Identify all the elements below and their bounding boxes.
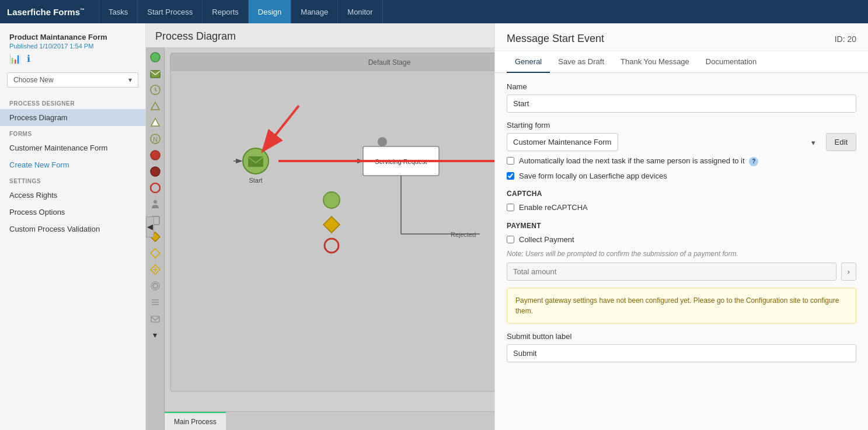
sidebar-item-create-new-form[interactable]: Create New Form (0, 156, 145, 173)
svg-text:Servicing Request: Servicing Request (375, 158, 427, 165)
right-panel: Message Start Event ID: 20 General Save … (494, 23, 868, 430)
svg-point-9 (151, 183, 160, 193)
sidebar-item-customer-maintenance-form[interactable]: Customer Maintenance Form (0, 139, 145, 156)
product-title: Product Maintanance Form (0, 30, 145, 43)
amount-arrow-button[interactable]: › (841, 263, 856, 281)
starting-form-row: Customer Maintenance Form Edit (507, 133, 856, 151)
recaptcha-checkbox[interactable] (507, 204, 514, 211)
collect-payment-checkbox-row: Collect Payment (507, 235, 856, 245)
right-panel-id: ID: 20 (835, 34, 856, 44)
sidebar-collapse-arrow[interactable]: ◀ (146, 216, 154, 237)
payment-warning-box: Payment gateway settings have not been c… (507, 288, 856, 324)
toolbar-triangle-up[interactable] (148, 99, 163, 114)
total-amount-input[interactable] (507, 263, 836, 281)
nav-start-process[interactable]: Start Process (138, 0, 203, 23)
nav-design[interactable]: Design (249, 0, 291, 23)
svg-point-10 (154, 200, 157, 204)
published-link[interactable]: Published 1/10/2017 1:54 PM (0, 43, 145, 50)
top-nav: Laserfiche Forms™ Tasks Start Process Re… (0, 0, 868, 23)
right-panel-header: Message Start Event ID: 20 (495, 23, 868, 51)
nav-manage[interactable]: Manage (291, 0, 338, 23)
svg-text:Start: Start (249, 177, 262, 184)
svg-rect-22 (151, 316, 159, 322)
sidebar-item-custom-process-validation[interactable]: Custom Process Validation (0, 221, 145, 237)
tab-thank-you-message[interactable]: Thank You Message (612, 51, 698, 73)
auto-load-label: Automatically load the next task if the … (519, 156, 758, 166)
starting-form-select-wrapper: Customer Maintenance Form (507, 133, 821, 151)
svg-marker-3 (151, 102, 159, 110)
toolbar-circle-dark-red[interactable] (148, 164, 163, 179)
payment-amount-row: › (507, 263, 856, 281)
nav-monitor[interactable]: Monitor (338, 0, 382, 23)
diagram-area[interactable]: N (146, 47, 494, 430)
collect-payment-label: Collect Payment (519, 235, 574, 245)
info-icon[interactable]: ℹ (27, 53, 30, 64)
toolbar-circle-red[interactable] (148, 148, 163, 163)
toolbar-down-arrow[interactable]: ▾ (148, 327, 163, 342)
save-local-checkbox[interactable] (507, 172, 514, 180)
toolbar-list[interactable] (148, 295, 163, 310)
svg-point-33 (323, 192, 340, 208)
payment-note: Note: Users will be prompted to confirm … (507, 250, 856, 258)
dropdown-arrow-icon: ▾ (128, 76, 132, 84)
tab-general[interactable]: General (507, 51, 550, 73)
auto-load-info-icon[interactable]: ? (749, 157, 758, 166)
submit-button-label-input[interactable] (507, 344, 856, 362)
diagram-title: Process Diagram (146, 23, 494, 47)
collect-payment-checkbox[interactable] (507, 236, 514, 243)
tab-documentation[interactable]: Documentation (698, 51, 765, 73)
toolbar-circle-olive[interactable]: N (148, 131, 163, 146)
tab-main-process[interactable]: Main Process (165, 412, 226, 430)
captcha-section-label: CAPTCHA (507, 190, 856, 198)
nav-items: Tasks Start Process Reports Design Manag… (99, 0, 383, 23)
brand-logo: Laserfiche Forms™ (7, 7, 85, 17)
name-input[interactable] (507, 95, 856, 113)
toolbar-circle-green[interactable] (148, 50, 163, 65)
recaptcha-checkbox-row: Enable reCAPTCHA (507, 202, 856, 213)
sidebar-item-process-options[interactable]: Process Options (0, 204, 145, 221)
nav-tasks[interactable]: Tasks (99, 0, 138, 23)
svg-point-0 (151, 53, 160, 62)
toolbar-envelope[interactable] (148, 66, 163, 81)
sidebar-icons-row: 📊 ℹ (0, 50, 145, 70)
tab-save-as-draft[interactable]: Save as Draft (550, 51, 612, 73)
choose-new-dropdown[interactable]: Choose New ▾ (7, 72, 138, 88)
diagram-canvas: Default Stage Servicing Request Rejected (165, 47, 494, 411)
edit-button[interactable]: Edit (826, 133, 856, 151)
svg-text:Rejected: Rejected (451, 231, 476, 238)
diagram-svg: Default Stage Servicing Request Rejected (165, 47, 494, 411)
svg-text:Default Stage: Default Stage (368, 58, 411, 67)
save-local-checkbox-row: Save form locally on Laserfiche app devi… (507, 171, 856, 181)
payment-section-label: Payment (507, 222, 856, 230)
bottom-tab-bar: Main Process (165, 411, 494, 430)
svg-point-7 (151, 151, 160, 160)
toolbar-envelope-small[interactable] (148, 311, 163, 326)
svg-rect-24 (170, 53, 494, 71)
diagram-toolbar: N (146, 47, 165, 430)
toolbar-gear[interactable] (148, 278, 163, 293)
toolbar-clock[interactable] (148, 82, 163, 97)
auto-load-checkbox[interactable] (507, 157, 514, 165)
toolbar-circle-red-2[interactable] (148, 180, 163, 195)
toolbar-person[interactable] (148, 197, 163, 212)
submit-button-label-label: Submit button label (507, 332, 856, 341)
sidebar-item-process-diagram[interactable]: Process Diagram (0, 109, 145, 126)
nav-reports[interactable]: Reports (203, 0, 249, 23)
name-field-label: Name (507, 82, 856, 91)
svg-rect-1 (151, 71, 160, 78)
sidebar-item-access-rights[interactable]: Access Rights (0, 187, 145, 204)
section-label-process-designer: PROCESS DESIGNER (0, 96, 145, 109)
panel-tabs: General Save as Draft Thank You Message … (495, 51, 868, 73)
svg-rect-37 (248, 156, 263, 167)
toolbar-triangle-up-2[interactable] (148, 115, 163, 130)
recaptcha-label: Enable reCAPTCHA (519, 202, 588, 213)
starting-form-select[interactable]: Customer Maintenance Form (507, 133, 618, 151)
chart-icon[interactable]: 📊 (9, 53, 21, 64)
starting-form-label: Starting form (507, 121, 856, 130)
svg-point-18 (151, 282, 159, 290)
toolbar-diamond-plus[interactable] (148, 262, 163, 277)
right-panel-title: Message Start Event (507, 33, 604, 45)
panel-body: Name Starting form Customer Maintenance … (495, 73, 868, 430)
svg-marker-4 (151, 118, 159, 126)
toolbar-diamond-2[interactable] (148, 246, 163, 261)
